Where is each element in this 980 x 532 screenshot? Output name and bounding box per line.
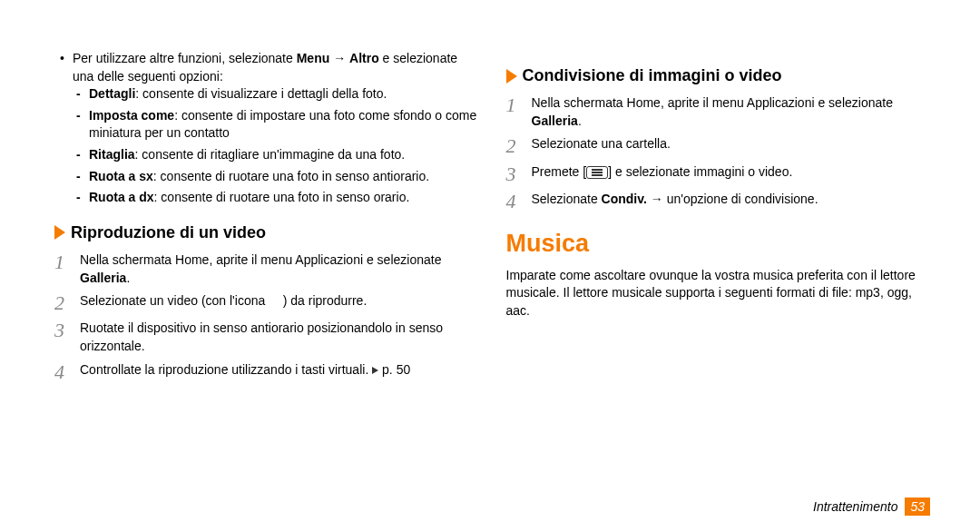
left-column: Per utilizzare altre funzioni, seleziona… <box>54 50 479 389</box>
step-text: Nella schermata Home, aprite il menu App… <box>80 251 479 287</box>
text: . <box>126 271 130 285</box>
arrow: → <box>329 51 349 65</box>
step-text: Selezionate un video (con l'icona ) da r… <box>80 292 479 310</box>
step-number: 4 <box>506 191 532 212</box>
step-text: Controllate la riproduzione utilizzando … <box>80 361 479 379</box>
page-number-badge: 53 <box>905 498 930 516</box>
text: Premete [ <box>532 164 587 179</box>
step-number: 1 <box>506 94 532 116</box>
menu-key-icon <box>586 166 608 179</box>
term: Dettagli <box>89 86 135 101</box>
text: Selezionate <box>532 192 602 206</box>
step-text: Selezionate una cartella. <box>532 135 931 153</box>
desc: : consente di ritagliare un'immagine da … <box>135 147 406 162</box>
footer-section: Intrattenimento <box>813 499 897 514</box>
text: ] e selezionate immagini o video. <box>608 164 792 179</box>
step-number: 3 <box>506 163 532 185</box>
term: Ruota a dx <box>89 190 154 204</box>
text: Controllate la riproduzione utilizzando … <box>80 362 372 377</box>
sub-heading-text: Condivisione di immagini o video <box>523 64 782 87</box>
video-steps: 1Nella schermata Home, aprite il menu Ap… <box>54 251 479 383</box>
footer: Intrattenimento 53 <box>813 498 930 516</box>
page-ref: p. 50 <box>382 362 410 377</box>
chevron-right-icon <box>506 69 517 84</box>
step-text: Nella schermata Home, aprite il menu App… <box>532 94 931 130</box>
term: Imposta come <box>89 108 174 123</box>
text: Nella schermata Home, aprite il menu App… <box>532 95 893 110</box>
step: 4Controllate la riproduzione utilizzando… <box>54 361 479 383</box>
altro-bold: Altro <box>349 51 379 65</box>
step-text: Ruotate il dispositivo in senso antiorar… <box>80 320 479 355</box>
text: Selezionate un video (con l'icona <box>80 293 269 308</box>
step: 3Ruotate il dispositivo in senso antiora… <box>54 320 479 355</box>
dash-list: Dettagli: consente di visualizzare i det… <box>73 85 479 207</box>
step: 2Selezionate una cartella. <box>506 135 931 157</box>
menu-bold: Menu <box>297 51 330 65</box>
sharing-steps: 1Nella schermata Home, aprite il menu Ap… <box>506 94 931 212</box>
dash-item: Ritaglia: consente di ritagliare un'imma… <box>89 146 479 164</box>
text: . <box>578 113 582 128</box>
dash-item: Imposta come: consente di impostare una … <box>89 107 479 143</box>
step: 1Nella schermata Home, aprite il menu Ap… <box>54 251 479 287</box>
step: 3Premete [] e selezionate immagini o vid… <box>506 163 931 185</box>
step-number: 2 <box>54 292 80 314</box>
top-bullet-list: Per utilizzare altre funzioni, seleziona… <box>54 50 479 207</box>
sub-heading-text: Riproduzione di un video <box>71 222 266 244</box>
step-number: 3 <box>54 320 80 341</box>
step-number: 4 <box>54 361 80 383</box>
text: ) da riprodurre. <box>283 293 368 308</box>
top-bullet-item: Per utilizzare altre funzioni, seleziona… <box>73 50 479 207</box>
bullet-text: Per utilizzare altre funzioni, seleziona… <box>73 51 457 84</box>
desc: : consente di ruotare una foto in senso … <box>154 190 410 204</box>
main-heading-music: Musica <box>506 227 931 261</box>
dash-item: Ruota a dx: consente di ruotare una foto… <box>89 189 479 207</box>
page: Per utilizzare altre funzioni, seleziona… <box>0 0 980 407</box>
bold: Condiv. <box>602 192 647 206</box>
text: Per utilizzare altre funzioni, seleziona… <box>73 51 297 65</box>
bold: Galleria <box>532 113 578 128</box>
dash-item: Ruota a sx: consente di ruotare una foto… <box>89 168 479 186</box>
text: Nella schermata Home, aprite il menu App… <box>80 252 441 267</box>
step-number: 2 <box>506 135 532 157</box>
music-paragraph: Imparate come ascoltare ovunque la vostr… <box>506 267 931 320</box>
step-number: 1 <box>54 251 80 273</box>
play-icon <box>372 367 378 374</box>
step-text: Selezionate Condiv. → un'opzione di cond… <box>532 191 931 209</box>
bold: Galleria <box>80 271 126 285</box>
desc: : consente di visualizzare i dettagli de… <box>135 86 387 101</box>
chevron-right-icon <box>54 225 65 240</box>
term: Ruota a sx <box>89 169 153 183</box>
term: Ritaglia <box>89 147 135 162</box>
text: → un'opzione di condivisione. <box>647 192 818 206</box>
desc: : consente di ruotare una foto in senso … <box>153 169 429 183</box>
step: 2Selezionate un video (con l'icona ) da … <box>54 292 479 314</box>
step-text: Premete [] e selezionate immagini o vide… <box>532 163 931 182</box>
sub-heading-video-playback: Riproduzione di un video <box>54 222 479 244</box>
right-column: Condivisione di immagini o video 1Nella … <box>506 50 931 389</box>
sub-heading-sharing: Condivisione di immagini o video <box>506 64 931 87</box>
step: 1Nella schermata Home, aprite il menu Ap… <box>506 94 931 130</box>
step: 4Selezionate Condiv. → un'opzione di con… <box>506 191 931 212</box>
dash-item: Dettagli: consente di visualizzare i det… <box>89 85 479 103</box>
